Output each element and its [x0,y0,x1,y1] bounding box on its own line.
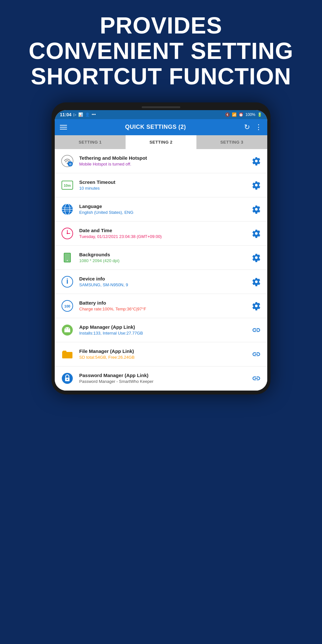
tethering-subtitle: Mobile Hotspot is turned off. [79,162,251,166]
password-manager-text: Password Manager (App Link) Password Man… [79,373,251,384]
battery-icon: 🔋 [257,112,262,117]
battery-title: Battery info [79,300,251,306]
tethering-text: Tethering and Mobile Hotspot Mobile Hots… [79,155,251,166]
language-subtitle: English (United States), ENG [79,210,251,215]
file-manager-text: File Manager (App Link) SD total:54GB, F… [79,348,251,360]
tab-setting2[interactable]: SETTING 2 [126,135,196,149]
svg-point-25 [68,328,69,329]
backgrounds-gear[interactable] [251,252,262,263]
person-icon: 👤 [85,112,90,117]
hero-line2: CONVENIENT SETTING [19,38,303,64]
battery-gear[interactable] [251,300,262,312]
play-icon: ▷ [73,112,76,117]
svg-point-16 [67,260,68,261]
file-manager-subtitle: SD total:54GB, Free:26.24GB [79,355,251,360]
screen-timeout-subtitle: 10 minutes [79,186,251,191]
wifi-icon: 📶 [232,112,237,117]
app-manager-title: App Manager (App Link) [79,324,251,330]
datetime-text: Date and Time Tuesday, 01/12/2021 23:04:… [79,228,251,239]
backgrounds-icon [60,250,75,265]
app-bar-icons: ↻ ⋮ [244,123,262,131]
screen-timeout-gear[interactable] [251,179,262,191]
setting-item-app-manager[interactable]: App Manager (App Link) Installs:133, Int… [55,318,267,342]
app-bar: QUICK SETTINGS (2) ↻ ⋮ [55,119,267,135]
app-manager-subtitle: Installs:133, Internal Use:27.77GB [79,331,251,336]
screen-timeout-text: Screen Timeout 10 minutes [79,179,251,191]
password-manager-title: Password Manager (App Link) [79,373,251,378]
hero-line3: SHORTCUT FUNCTION [19,64,303,89]
svg-text:10m: 10m [64,184,71,187]
chart-icon: 📊 [78,112,83,117]
language-title: Language [79,204,251,209]
svg-text:100: 100 [64,304,70,308]
setting-item-password-manager[interactable]: Password Manager (App Link) Password Man… [55,366,267,391]
app-manager-link[interactable] [251,324,262,336]
file-manager-link[interactable] [251,348,262,360]
battery-status: 100% [245,112,255,117]
alarm-icon: ⏰ [239,112,243,117]
app-manager-icon [60,323,75,337]
device-info-title: Device info [79,276,251,281]
hero-section: PROVIDES CONVENIENT SETTING SHORTCUT FUN… [0,0,322,99]
language-gear[interactable] [251,204,262,215]
backgrounds-title: Backgrounds [79,252,251,257]
status-bar-left: 11:04 ▷ 📊 👤 ••• [60,112,96,117]
setting-item-backgrounds[interactable]: Backgrounds 1080 * 2094 (420 dpi) [55,246,267,270]
datetime-icon [60,226,75,241]
tab-setting3[interactable]: SETTING 3 [196,135,267,149]
more-options-button[interactable]: ⋮ [255,123,262,131]
battery-subtitle: Charge rate:100%, Temp:36°C|97°F [79,307,251,311]
status-time: 11:04 [60,112,71,117]
status-bar-right: 🔇 📶 ⏰ 100% 🔋 [225,112,262,117]
svg-text:⚙: ⚙ [69,162,72,166]
datetime-title: Date and Time [79,228,251,233]
language-text: Language English (United States), ENG [79,204,251,215]
hamburger-menu-icon[interactable] [60,125,67,129]
more-icon: ••• [92,112,96,117]
device-info-gear[interactable] [251,276,262,288]
tethering-gear[interactable] [251,155,262,167]
svg-text:i: i [66,277,68,285]
device-info-icon: i [60,274,75,289]
setting-item-screen-timeout[interactable]: 10m Screen Timeout 10 minutes [55,173,267,197]
phone-frame: 11:04 ▷ 📊 👤 ••• 🔇 📶 ⏰ 100% 🔋 [52,102,270,394]
device-info-text: Device info SAMSUNG, SM-N950N, 9 [79,276,251,287]
phone-wrapper: 11:04 ▷ 📊 👤 ••• 🔇 📶 ⏰ 100% 🔋 [0,99,322,394]
svg-point-13 [67,233,68,234]
tethering-title: Tethering and Mobile Hotspot [79,155,251,161]
password-manager-subtitle: Password Manager - SmartWho Keeper [79,379,251,384]
refresh-button[interactable]: ↻ [244,123,250,131]
backgrounds-subtitle: 1080 * 2094 (420 dpi) [79,258,251,263]
setting-item-datetime[interactable]: Date and Time Tuesday, 01/12/2021 23:04:… [55,222,267,246]
phone-notch [142,106,180,108]
language-icon [60,202,75,217]
setting-item-file-manager[interactable]: File Manager (App Link) SD total:54GB, F… [55,342,267,366]
device-info-subtitle: SAMSUNG, SM-N950N, 9 [79,282,251,287]
status-bar: 11:04 ▷ 📊 👤 ••• 🔇 📶 ⏰ 100% 🔋 [55,110,267,119]
setting-item-device-info[interactable]: i Device info SAMSUNG, SM-N950N, 9 [55,270,267,294]
file-manager-icon [60,347,75,362]
setting-item-tethering[interactable]: ⚙ Tethering and Mobile Hotspot Mobile Ho… [55,149,267,173]
setting-item-language[interactable]: Language English (United States), ENG [55,197,267,222]
svg-rect-23 [64,329,70,332]
app-bar-title: QUICK SETTINGS (2) [125,124,186,130]
file-manager-title: File Manager (App Link) [79,348,251,354]
setting-item-battery[interactable]: 100 Battery info Charge rate:100%, Temp:… [55,294,267,318]
battery-icon: 100 [60,298,75,313]
svg-point-24 [66,328,67,329]
battery-text: Battery info Charge rate:100%, Temp:36°C… [79,300,251,311]
app-manager-text: App Manager (App Link) Installs:133, Int… [79,324,251,336]
mute-icon: 🔇 [225,112,230,117]
password-manager-link[interactable] [251,373,262,384]
tab-setting1[interactable]: SETTING 1 [55,135,126,149]
backgrounds-text: Backgrounds 1080 * 2094 (420 dpi) [79,252,251,263]
datetime-subtitle: Tuesday, 01/12/2021 23:04:38 (GMT+09:00) [79,234,251,239]
datetime-gear[interactable] [251,228,262,239]
svg-point-30 [67,379,68,380]
tethering-icon: ⚙ [60,154,75,168]
screen-timeout-title: Screen Timeout [79,179,251,185]
phone-inner: 11:04 ▷ 📊 👤 ••• 🔇 📶 ⏰ 100% 🔋 [55,110,267,391]
timeout-icon: 10m [60,178,75,193]
hero-line1: PROVIDES [19,13,303,38]
password-manager-icon [60,371,75,386]
